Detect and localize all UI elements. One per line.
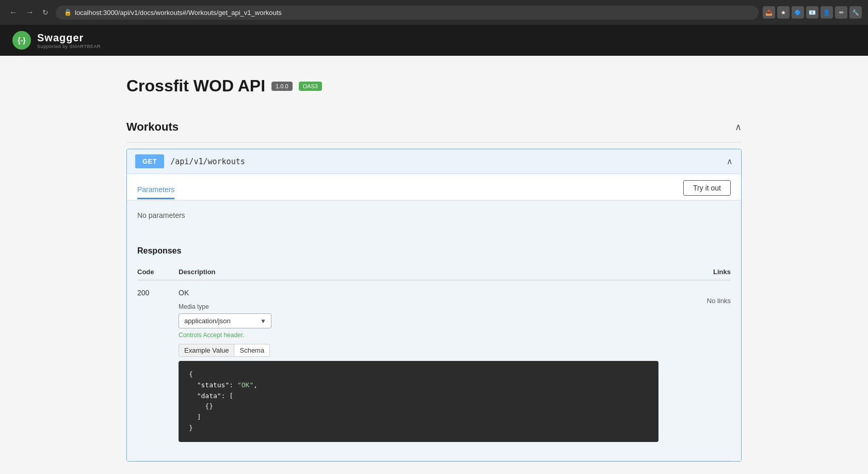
api-title-section: Crossfit WOD API 1.0.0 OAS3: [126, 76, 742, 96]
ext-icon-4: 📧: [806, 6, 818, 19]
browser-extensions: 📥 ★ 🔷 📧 👤 ✏ 🔧: [763, 6, 862, 19]
responses-title: Responses: [137, 246, 731, 256]
responses-table-header: Code Description Links: [137, 264, 731, 280]
response-ok-text: OK: [179, 289, 658, 297]
col-links: Links: [669, 268, 731, 276]
workouts-section-header[interactable]: Workouts ∧: [126, 112, 742, 143]
code-example-block: { "status": "OK", "data": [ {} ] }: [179, 361, 658, 442]
endpoint-block: GET /api/v1/workouts ∧ Parameters Try it…: [126, 149, 742, 462]
tab-schema[interactable]: Schema: [234, 344, 270, 357]
try-it-out-button[interactable]: Try it out: [683, 180, 731, 196]
no-parameters-section: No parameters: [127, 200, 741, 236]
browser-nav-buttons: ← → ↻: [6, 6, 52, 19]
endpoint-chevron-icon[interactable]: ∧: [727, 156, 733, 166]
swagger-logo: {-}: [12, 31, 31, 50]
swagger-powered: Supported by SMARTBEAR: [37, 44, 101, 49]
back-button[interactable]: ←: [6, 6, 21, 19]
ext-icon-3: 🔷: [792, 6, 804, 19]
ext-icon-6: ✏: [835, 6, 847, 19]
example-schema-tabs: Example Value Schema: [179, 344, 658, 357]
ext-icon-2: ★: [777, 6, 790, 19]
method-badge: GET: [135, 154, 164, 168]
response-row-200: 200 OK Media type application/json ▼ Con…: [137, 280, 731, 461]
media-type-label: Media type: [179, 303, 658, 310]
swagger-brand: Swagger: [37, 32, 101, 44]
response-code-200: 200: [137, 289, 179, 297]
endpoint-left: GET /api/v1/workouts: [135, 154, 245, 168]
media-type-select-wrapper: application/json ▼: [179, 313, 271, 328]
col-description: Description: [179, 268, 669, 276]
col-code: Code: [137, 268, 179, 276]
no-links-text: No links: [707, 297, 731, 305]
version-badge: 1.0.0: [271, 82, 292, 91]
tab-parameters[interactable]: Parameters: [137, 181, 174, 199]
endpoint-body: Parameters Try it out No parameters Resp…: [127, 174, 741, 461]
url-text: localhost:3000/api/v1/docs/workouts#/Wor…: [75, 9, 282, 17]
swagger-title-group: Swagger Supported by SMARTBEAR: [37, 32, 101, 49]
address-bar[interactable]: 🔒 localhost:3000/api/v1/docs/workouts#/W…: [56, 6, 759, 20]
response-description-200: OK Media type application/json ▼ Control…: [179, 289, 669, 452]
response-links-200: No links: [669, 289, 731, 305]
endpoint-header[interactable]: GET /api/v1/workouts ∧: [127, 149, 741, 174]
workouts-chevron-icon[interactable]: ∧: [735, 121, 742, 133]
tab-example-value[interactable]: Example Value: [179, 344, 234, 357]
ext-icon-5: 👤: [821, 6, 833, 19]
ext-icon-7: 🔧: [849, 6, 862, 19]
oas-badge: OAS3: [299, 82, 322, 91]
swagger-header: {-} Swagger Supported by SMARTBEAR: [0, 25, 868, 56]
main-content: Crossfit WOD API 1.0.0 OAS3 Workouts ∧ G…: [114, 56, 754, 474]
controls-accept-text: Controls Accept header.: [179, 331, 658, 339]
endpoint-path: /api/v1/workouts: [170, 157, 245, 166]
forward-button[interactable]: →: [23, 6, 37, 19]
reload-button[interactable]: ↻: [39, 6, 52, 19]
api-title: Crossfit WOD API: [126, 76, 265, 96]
no-parameters-text: No parameters: [137, 211, 185, 219]
lock-icon: 🔒: [64, 9, 72, 16]
responses-section: Responses Code Description Links 200 OK …: [127, 236, 741, 461]
workouts-section-title: Workouts: [126, 120, 179, 134]
tabs-bar: Parameters Try it out: [127, 174, 741, 200]
browser-chrome: ← → ↻ 🔒 localhost:3000/api/v1/docs/worko…: [0, 0, 868, 25]
media-type-select[interactable]: application/json: [179, 313, 271, 328]
ext-icon-1: 📥: [763, 6, 775, 19]
